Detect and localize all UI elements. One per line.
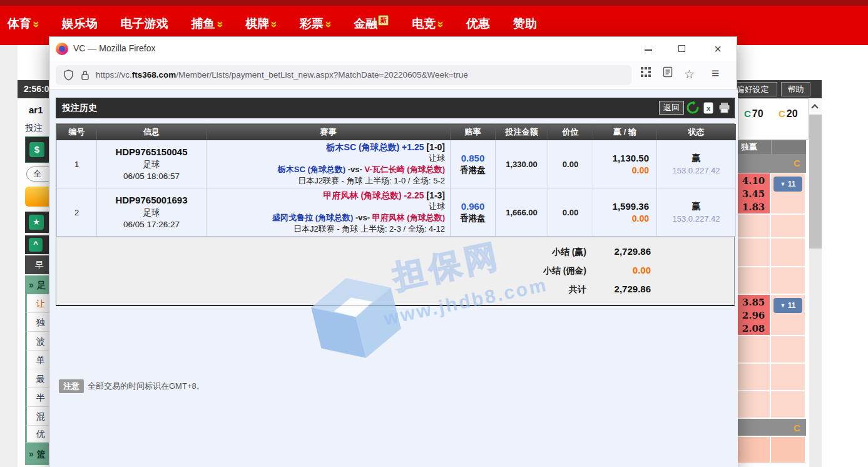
printer-icon[interactable]: [718, 102, 730, 116]
odds-empty-row: [737, 364, 806, 391]
odds-cell[interactable]: [737, 336, 771, 362]
chevron-down-icon: «: [320, 21, 334, 28]
address-bar[interactable]: https://vc.fts368.com/Member/Lists/payme…: [56, 65, 631, 85]
menu-item-fishing[interactable]: 捕鱼«: [191, 16, 223, 32]
main-menu: 体育« 娱乐场 电子游戏 捕鱼« 棋牌« 彩票« 金融新 电竞« 优惠 赞助: [8, 15, 537, 32]
bet-row: 2 HDP9765001693 足球 06/05 17:26:27 甲府风林 (…: [57, 188, 736, 237]
menu-item-cards[interactable]: 棋牌«: [245, 16, 277, 32]
star-icon: ★: [29, 215, 44, 230]
summary-total-row: 共计 2,729.86: [56, 280, 734, 299]
menu-item-promo[interactable]: 优惠: [466, 16, 490, 32]
odds-cell[interactable]: [771, 239, 805, 266]
caret-up-icon: ^: [29, 238, 43, 252]
firefox-logo-icon: [56, 43, 68, 55]
chevron-down-icon: «: [212, 21, 226, 28]
url-text[interactable]: https://vc.fts368.com/Member/Lists/payme…: [96, 70, 468, 80]
menu-item-esports[interactable]: 电竞«: [412, 16, 443, 32]
menu-item-sponsor[interactable]: 赞助: [513, 16, 537, 32]
col-winloss: 赢 / 输: [593, 125, 657, 140]
reader-view-icon[interactable]: [663, 66, 673, 81]
bet-price: 0.00: [548, 140, 593, 188]
more-markets-button[interactable]: ▼ 11: [774, 177, 802, 192]
bet-amount: 1,330.00: [496, 140, 548, 188]
menu-item-sports[interactable]: 体育«: [8, 16, 39, 32]
scrollbar-thumb[interactable]: [809, 115, 822, 249]
col-price: 价位: [548, 125, 593, 140]
menu-item-egames[interactable]: 电子游戏: [121, 16, 168, 32]
dollar-icon: $: [29, 142, 44, 157]
odds-more-cell: ▼ 11: [771, 173, 805, 213]
qr-grid-icon[interactable]: [640, 66, 651, 81]
bet-winloss: 1,130.50 0.00: [593, 140, 657, 188]
odds-cell[interactable]: [771, 267, 805, 294]
odds-cell[interactable]: [771, 364, 805, 390]
excel-export-icon[interactable]: x: [703, 102, 714, 116]
odds-cell[interactable]: [737, 215, 771, 237]
firefox-popup-window: VC — Mozilla Firefox × https://vc.fts368…: [49, 36, 737, 467]
bet-number: 2: [57, 188, 97, 237]
close-button[interactable]: ×: [708, 39, 728, 58]
odds-cell[interactable]: [737, 364, 771, 390]
page-scrollbar[interactable]: [809, 98, 822, 467]
odds-grid: 4.10 3.45 1.83 ▼ 11 3.85 2.96 2.08 ▼ 11 …: [737, 173, 806, 464]
svg-text:x: x: [707, 105, 711, 112]
odds-cell[interactable]: [737, 239, 771, 266]
maximize-button[interactable]: [671, 39, 692, 58]
odds-cell[interactable]: [771, 215, 805, 237]
col-amount: 投注金额: [496, 125, 548, 140]
double-arrow-icon: »: [29, 449, 34, 459]
bookmark-star-icon[interactable]: ☆: [684, 67, 695, 81]
menu-item-finance[interactable]: 金融新: [354, 15, 389, 32]
close-icon: ×: [714, 42, 722, 56]
scroll-up-button[interactable]: [809, 98, 822, 115]
odds-cell[interactable]: [737, 437, 771, 463]
bet-event: 甲府风林 (角球总数) -2.25 [1-3] 让球 盛冈戈鲁拉 (角球总数) …: [207, 188, 451, 237]
bet-price: 0.00: [548, 188, 593, 237]
bet-odds: 0.960 香港盘: [451, 188, 496, 237]
browser-url-toolbar: https://vc.fts368.com/Member/Lists/payme…: [49, 61, 737, 90]
gold-coin-counter[interactable]: C20: [779, 108, 798, 120]
col-status: 状态: [657, 125, 736, 140]
gold-coin-icon: C: [794, 423, 800, 433]
gold-coin-icon: C: [794, 158, 800, 168]
window-titlebar[interactable]: VC — Mozilla Firefox ×: [49, 37, 737, 61]
lock-icon[interactable]: [81, 69, 89, 83]
col-odds: 赔率: [451, 125, 496, 140]
help-button[interactable]: 帮助: [781, 82, 810, 96]
window-title: VC — Mozilla Firefox: [73, 43, 155, 53]
odds-empty-row: [737, 215, 806, 239]
minimize-button[interactable]: [638, 39, 658, 58]
back-button[interactable]: 返回: [659, 101, 684, 115]
odds-group-separator: C: [737, 419, 806, 437]
odds-cell[interactable]: [771, 336, 805, 362]
bet-history-page: 投注历史 返回 x 编号 信息 赛事: [49, 90, 738, 467]
menu-item-casino[interactable]: 娱乐场: [62, 16, 98, 32]
hamburger-menu-icon[interactable]: ≡: [712, 66, 719, 81]
col-number: 编号: [57, 125, 97, 140]
bet-status: 赢 153.0.227.42: [657, 140, 736, 188]
chevron-down-icon: «: [433, 21, 447, 28]
odds-cell[interactable]: [771, 437, 805, 463]
odds-cell[interactable]: [771, 391, 805, 418]
triangle-down-icon: ▼: [780, 302, 786, 309]
bet-winloss: 1,599.36 0.00: [593, 188, 657, 237]
bet-info: HDP9765001693 足球 06/05 17:26:27: [97, 188, 207, 237]
col-event: 赛事: [207, 125, 451, 140]
odds-values-cell[interactable]: 3.85 2.96 2.08: [737, 295, 771, 335]
table-header-row: 编号 信息 赛事 赔率 投注金额 价位 赢 / 输 状态: [57, 125, 736, 140]
odds-cell[interactable]: [737, 391, 771, 418]
coin-counters-panel: C70 C20: [738, 98, 809, 140]
odds-values-cell[interactable]: 4.10 3.45 1.83: [737, 173, 771, 213]
odds-cell[interactable]: [737, 267, 771, 294]
bet-history-table: 编号 信息 赛事 赔率 投注金额 价位 赢 / 输 状态 1 HDP976515…: [56, 123, 735, 306]
refresh-icon[interactable]: [686, 101, 700, 117]
odds-empty-row: [737, 391, 806, 419]
green-coin-icon: C: [744, 108, 751, 119]
odds-subheader-row: C: [737, 154, 806, 173]
green-coin-counter[interactable]: C70: [744, 108, 763, 120]
menu-item-lottery[interactable]: 彩票«: [300, 16, 331, 32]
col-info: 信息: [97, 125, 207, 140]
more-markets-button[interactable]: ▼ 11: [774, 298, 802, 313]
shield-icon[interactable]: [63, 69, 74, 83]
summary-commission-row: 小结 (佣金) 0.00: [56, 261, 734, 280]
